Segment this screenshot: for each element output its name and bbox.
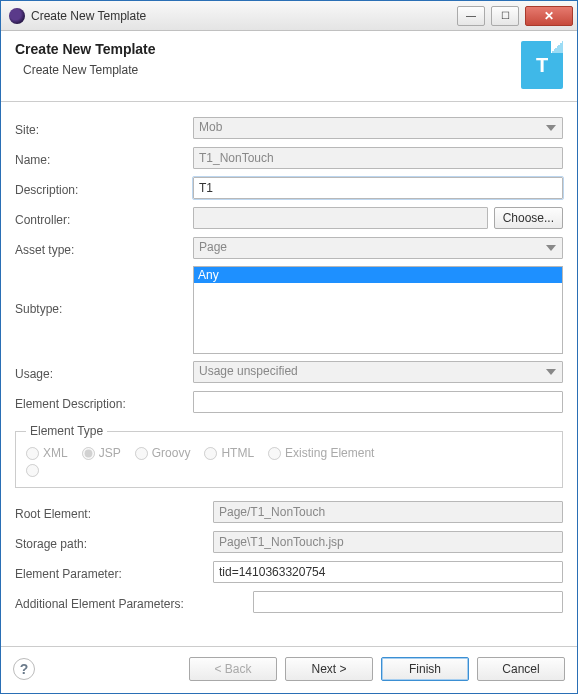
wizard-header: Create New Template Create New Template … [1, 31, 577, 102]
root-element-label: Root Element: [15, 504, 207, 521]
element-type-group: Element Type XML JSP Groovy HTML Existin… [15, 424, 563, 488]
usage-label: Usage: [15, 364, 187, 381]
additional-params-label: Additional Element Parameters: [15, 594, 247, 611]
root-element-field [213, 501, 563, 523]
name-label: Name: [15, 150, 187, 167]
radio-groovy[interactable]: Groovy [135, 446, 191, 460]
cancel-button[interactable]: Cancel [477, 657, 565, 681]
additional-params-input[interactable] [253, 591, 563, 613]
header-subtitle: Create New Template [15, 63, 511, 77]
storage-path-field [213, 531, 563, 553]
radio-empty[interactable] [26, 464, 39, 477]
radio-xml[interactable]: XML [26, 446, 68, 460]
back-button[interactable]: < Back [189, 657, 277, 681]
window-title: Create New Template [31, 9, 451, 23]
description-input[interactable] [193, 177, 563, 199]
asset-type-dropdown[interactable]: Page [193, 237, 563, 259]
wizard-footer: ? < Back Next > Finish Cancel [1, 646, 577, 693]
controller-label: Controller: [15, 210, 187, 227]
radio-html[interactable]: HTML [204, 446, 254, 460]
site-label: Site: [15, 120, 187, 137]
template-icon: T [521, 41, 563, 89]
subtype-listbox[interactable]: Any [193, 266, 563, 354]
radio-existing-element[interactable]: Existing Element [268, 446, 374, 460]
minimize-button[interactable]: — [457, 6, 485, 26]
close-button[interactable]: ✕ [525, 6, 573, 26]
storage-path-label: Storage path: [15, 534, 207, 551]
radio-jsp[interactable]: JSP [82, 446, 121, 460]
choose-button[interactable]: Choose... [494, 207, 563, 229]
description-label: Description: [15, 180, 187, 197]
controller-field [193, 207, 488, 229]
element-description-label: Element Description: [15, 394, 187, 411]
element-parameter-input[interactable] [213, 561, 563, 583]
maximize-button[interactable]: ☐ [491, 6, 519, 26]
subtype-item-any[interactable]: Any [194, 267, 562, 283]
usage-dropdown[interactable]: Usage unspecified [193, 361, 563, 383]
form-content: Site: Mob Name: Description: Controller:… [1, 102, 577, 646]
name-field [193, 147, 563, 169]
element-description-input[interactable] [193, 391, 563, 413]
help-icon[interactable]: ? [13, 658, 35, 680]
element-parameter-label: Element Parameter: [15, 564, 207, 581]
subtype-label: Subtype: [15, 266, 187, 316]
next-button[interactable]: Next > [285, 657, 373, 681]
eclipse-icon [9, 8, 25, 24]
element-type-legend: Element Type [26, 424, 107, 438]
site-dropdown[interactable]: Mob [193, 117, 563, 139]
titlebar: Create New Template — ☐ ✕ [1, 1, 577, 31]
finish-button[interactable]: Finish [381, 657, 469, 681]
asset-type-label: Asset type: [15, 240, 187, 257]
header-title: Create New Template [15, 41, 511, 57]
